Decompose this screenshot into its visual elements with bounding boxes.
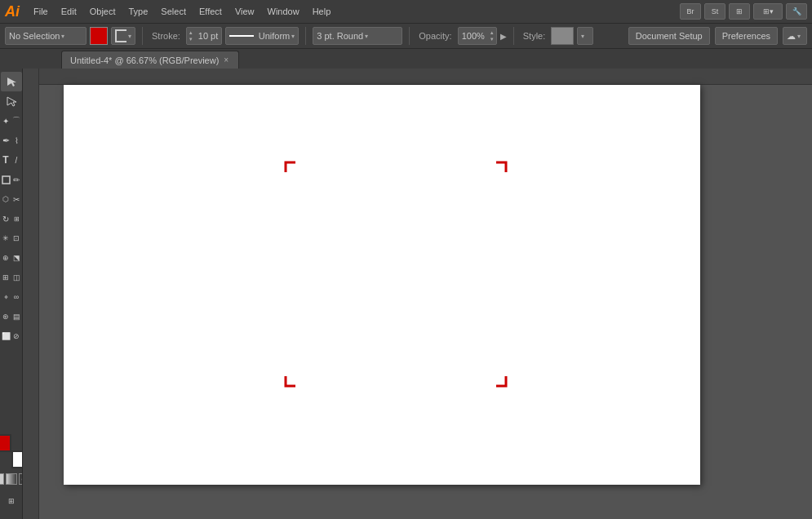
slice-tool[interactable]: ⊘	[11, 326, 22, 346]
workspace-icon[interactable]: ⊞▾	[753, 3, 783, 20]
canvas-area[interactable]	[23, 69, 812, 519]
pen-tool[interactable]: ✒	[1, 131, 11, 150]
menu-select[interactable]: Select	[155, 4, 192, 19]
free-transform-tool[interactable]: ⊡	[11, 228, 22, 248]
tool-row-rotate-transform: ↻ ⊞	[1, 209, 22, 228]
transform-tool[interactable]: ⊞	[11, 209, 22, 228]
menu-view[interactable]: View	[229, 4, 260, 19]
vertical-ruler	[23, 69, 39, 519]
rotate-tool[interactable]: ↻	[1, 209, 11, 228]
rectangle-tool[interactable]	[1, 170, 11, 189]
stroke-color-box[interactable]	[11, 450, 24, 468]
menu-object[interactable]: Object	[84, 4, 122, 19]
width-profile-dropdown[interactable]: 3 pt. Round ▾	[313, 27, 402, 45]
tool-row-puppet-freetransform: ✳ ⊡	[1, 228, 22, 248]
menu-effect[interactable]: Effect	[193, 4, 228, 19]
tool-row-mesh-gradient: ⊞ ◫	[1, 268, 22, 287]
rect-icon	[2, 175, 11, 184]
selection-dropdown[interactable]: No Selection ▾	[5, 27, 87, 45]
tool-row-pen-curvature: ✒ ⌇	[1, 131, 22, 150]
tool-row-wand-lasso: ✦ ⌒	[1, 111, 22, 131]
column-graph-tool[interactable]: ▤	[11, 307, 22, 326]
preferences-button[interactable]: Preferences	[715, 27, 778, 45]
tool-row-eyedropper-blend: ⌖ ∞	[1, 287, 22, 307]
magic-wand-tool[interactable]: ✦	[1, 111, 11, 131]
curvature-tool[interactable]: ⌇	[11, 131, 22, 150]
shape-builder-tool[interactable]: ⊕	[1, 248, 11, 268]
svg-rect-3	[2, 176, 10, 184]
menu-file[interactable]: File	[28, 4, 54, 19]
pencil-tool[interactable]: ✏	[11, 170, 22, 189]
workspace-arrow-icon: ▾	[797, 33, 801, 40]
up-arrow-icon: ▲	[490, 29, 495, 36]
puppet-warp-tool[interactable]: ✳	[1, 228, 11, 248]
menu-type[interactable]: Type	[123, 4, 154, 19]
color-mode-row: ⊘	[0, 473, 23, 485]
separator-3	[409, 27, 410, 45]
type-tool[interactable]: T	[1, 150, 11, 170]
scissors-tool[interactable]: ✂	[11, 189, 22, 209]
symbol-sprayer-tool[interactable]: ⊛	[1, 307, 11, 326]
document-setup-button[interactable]: Document Setup	[628, 27, 710, 45]
selection-tool[interactable]	[1, 72, 22, 91]
menu-bar: Ai File Edit Object Type Select Effect V…	[0, 0, 812, 23]
selection-tool-icon	[6, 76, 17, 87]
fill-swatch[interactable]	[90, 27, 108, 45]
stroke-dropdown[interactable]: ▾	[111, 27, 135, 45]
stroke-weight-stepper[interactable]: ▲ ▼ 10 pt	[186, 27, 222, 45]
gradient-tool[interactable]: ◫	[11, 268, 22, 287]
workspace-options-dropdown[interactable]: ☁ ▾	[783, 27, 807, 45]
style-swatch[interactable]	[551, 27, 574, 45]
stroke-icon	[115, 29, 126, 42]
direct-selection-tool[interactable]	[1, 91, 22, 111]
libraries-icon[interactable]: ⊞	[729, 3, 750, 20]
opacity-stepper-arrows[interactable]: ▲ ▼	[488, 29, 496, 42]
tab-close-button[interactable]: ×	[224, 55, 229, 64]
artboard-tool[interactable]: ⬜	[1, 326, 11, 346]
mesh-tool[interactable]: ⊞	[1, 268, 11, 287]
main-area: ✦ ⌒ ✒ ⌇ T / ✏ ⬡ ✂ ↻ ⊞	[0, 69, 812, 519]
lasso-tool[interactable]: ⌒	[11, 111, 22, 131]
stroke-text-label: Stroke:	[149, 31, 183, 41]
tool-row-artboard-slice: ⬜ ⊘	[1, 326, 22, 346]
solid-color-mode[interactable]	[0, 473, 4, 485]
profile-arrow-icon: ▾	[291, 33, 295, 40]
more-icon[interactable]: 🔧	[786, 3, 807, 20]
screen-mode-normal[interactable]: ⊞	[1, 491, 22, 511]
gradient-mode[interactable]	[6, 473, 17, 485]
tool-row-symbol-graph: ⊛ ▤	[1, 307, 22, 326]
menu-edit[interactable]: Edit	[55, 4, 82, 19]
tool-row-shapebuilder-perspective: ⊕ ⬔	[1, 248, 22, 268]
fill-color-box[interactable]	[0, 434, 11, 452]
width-profile-label: 3 pt. Round	[317, 31, 363, 41]
stock-icon[interactable]: St	[704, 3, 725, 20]
tool-row-type-line: T /	[1, 150, 22, 170]
menu-window[interactable]: Window	[262, 4, 305, 19]
tab-bar: Untitled-4* @ 66.67% (RGB/Preview) ×	[0, 49, 812, 69]
paintbucket-tool[interactable]: ⬡	[1, 189, 11, 209]
svg-rect-0	[116, 30, 126, 42]
color-indicator: ⇄ ⊠	[0, 434, 23, 468]
document-tab[interactable]: Untitled-4* @ 66.67% (RGB/Preview) ×	[61, 51, 239, 69]
eyedropper-tool[interactable]: ⌖	[1, 287, 11, 307]
style-label: Style:	[521, 31, 548, 41]
reg-mark-bottom-left	[284, 375, 300, 393]
stroke-profile-dropdown[interactable]: Uniform ▾	[225, 27, 299, 45]
tool-row-bucket-scissors: ⬡ ✂	[1, 189, 22, 209]
line-tool[interactable]: /	[11, 150, 22, 170]
stroke-stepper-arrows[interactable]: ▲ ▼	[187, 29, 195, 42]
toolbar: ✦ ⌒ ✒ ⌇ T / ✏ ⬡ ✂ ↻ ⊞	[0, 69, 23, 519]
options-bar: No Selection ▾ ▾ Stroke: ▲ ▼ 10 pt Unifo…	[0, 23, 812, 49]
opacity-expand-icon[interactable]: ▶	[500, 32, 507, 41]
bridge-icon[interactable]: Br	[680, 3, 701, 20]
style-arrow-icon: ▾	[581, 33, 584, 40]
perspective-tool[interactable]: ⬔	[11, 248, 22, 268]
menu-help[interactable]: Help	[307, 4, 337, 19]
style-dropdown[interactable]: ▾	[577, 27, 593, 45]
app-switcher: Br St ⊞ ⊞▾ 🔧	[680, 3, 807, 20]
opacity-stepper[interactable]: 100% ▲ ▼	[458, 27, 497, 45]
blend-tool[interactable]: ∞	[11, 287, 22, 307]
selection-arrow-icon: ▾	[61, 33, 64, 40]
opacity-label: Opacity:	[416, 31, 454, 41]
direct-selection-icon	[6, 95, 17, 107]
